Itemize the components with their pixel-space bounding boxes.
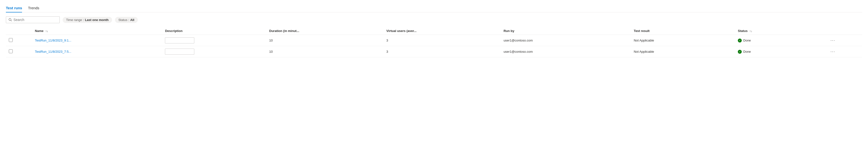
svg-line-1	[11, 20, 11, 21]
status-text: Done	[743, 50, 751, 53]
status-sort-icon[interactable]: ↑↓	[749, 30, 752, 33]
row-status-cell: Done	[735, 46, 826, 57]
time-range-filter[interactable]: Time range : Last one month	[63, 17, 112, 23]
name-sort-icon[interactable]: ↑↓	[45, 30, 48, 33]
row-name-cell: TestRun_11/8/2023_9:1...	[32, 35, 162, 46]
tab-test-runs[interactable]: Test runs	[6, 4, 22, 12]
time-range-value: Last one month	[85, 18, 108, 22]
col-header-name[interactable]: Name ↑↓	[32, 27, 162, 35]
row-checkbox-cell	[6, 35, 32, 46]
toolbar: Time range : Last one month Status : All	[6, 16, 862, 23]
col-header-checkbox	[6, 27, 32, 35]
row-name-link[interactable]: TestRun_11/8/2023_9:1...	[35, 39, 71, 42]
table-header-row: Name ↑↓ Description Duration (in minut..…	[6, 27, 862, 35]
more-options-button[interactable]: ···	[829, 38, 837, 43]
row-name-cell: TestRun_11/8/2023_7:5...	[32, 46, 162, 57]
table-row: TestRun_11/8/2023_9:1... 10 3 user1@cont…	[6, 35, 862, 46]
status-done-container: Done	[738, 50, 823, 54]
status-separator: :	[128, 18, 129, 22]
done-icon	[738, 50, 742, 54]
row-virtual-users-cell: 3	[383, 35, 501, 46]
row-more-cell: ···	[826, 46, 862, 57]
row-duration-cell: 10	[266, 35, 383, 46]
tabs-container: Test runs Trends	[6, 4, 862, 12]
col-header-test-result: Test result	[631, 27, 735, 35]
row-checkbox-cell	[6, 46, 32, 57]
search-box[interactable]	[6, 16, 60, 23]
col-header-run-by: Run by	[501, 27, 631, 35]
status-text: Done	[743, 39, 751, 42]
search-icon	[8, 18, 12, 22]
col-header-virtual-users: Virtual users (aver...	[383, 27, 501, 35]
row-run-by-cell: user1@contoso.com	[501, 35, 631, 46]
tab-list: Test runs Trends	[6, 4, 862, 12]
col-header-more	[826, 27, 862, 35]
time-range-separator: :	[83, 18, 84, 22]
row-run-by-cell: user1@contoso.com	[501, 46, 631, 57]
row-name-link[interactable]: TestRun_11/8/2023_7:5...	[35, 50, 71, 53]
row-checkbox[interactable]	[9, 49, 13, 53]
status-label: Status	[119, 18, 127, 22]
table-row: TestRun_11/8/2023_7:5... 10 3 user1@cont…	[6, 46, 862, 57]
row-duration-cell: 10	[266, 46, 383, 57]
done-icon	[738, 39, 742, 42]
row-test-result-cell: Not Applicable	[631, 46, 735, 57]
search-input[interactable]	[13, 18, 57, 22]
status-filter[interactable]: Status : All	[115, 17, 138, 23]
row-more-cell: ···	[826, 35, 862, 46]
row-virtual-users-cell: 3	[383, 46, 501, 57]
row-description-cell	[162, 35, 266, 46]
test-runs-table: Name ↑↓ Description Duration (in minut..…	[6, 27, 862, 57]
time-range-label: Time range	[66, 18, 82, 22]
row-description-input[interactable]	[165, 49, 194, 55]
status-value: All	[130, 18, 134, 22]
row-description-input[interactable]	[165, 37, 194, 43]
row-status-cell: Done	[735, 35, 826, 46]
status-done-container: Done	[738, 39, 823, 42]
more-options-button[interactable]: ···	[829, 49, 837, 54]
row-test-result-cell: Not Applicable	[631, 35, 735, 46]
col-header-status[interactable]: Status ↑↓	[735, 27, 826, 35]
row-description-cell	[162, 46, 266, 57]
col-header-description: Description	[162, 27, 266, 35]
row-checkbox[interactable]	[9, 38, 13, 42]
col-header-duration: Duration (in minut...	[266, 27, 383, 35]
tab-trends[interactable]: Trends	[28, 4, 39, 12]
